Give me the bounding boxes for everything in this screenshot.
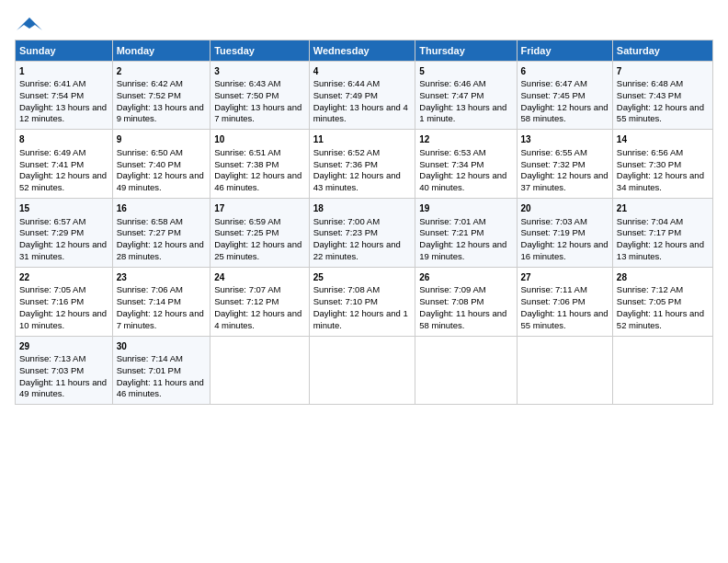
- day-number: 13: [521, 133, 609, 146]
- calendar-table: SundayMondayTuesdayWednesdayThursdayFrid…: [15, 40, 713, 406]
- day-number: 6: [521, 65, 609, 78]
- day-cell: 4Sunrise: 6:44 AMSunset: 7:49 PMDaylight…: [309, 61, 415, 130]
- daylight-text: Daylight: 12 hours and 52 minutes.: [19, 170, 107, 192]
- sunset-text: Sunset: 7:23 PM: [313, 227, 378, 237]
- day-cell: 8Sunrise: 6:49 AMSunset: 7:41 PMDaylight…: [16, 130, 113, 199]
- day-number: 3: [214, 65, 305, 78]
- sunset-text: Sunset: 7:45 PM: [521, 90, 586, 100]
- daylight-text: Daylight: 13 hours and 12 minutes.: [19, 102, 107, 124]
- daylight-text: Daylight: 12 hours and 7 minutes.: [117, 308, 204, 330]
- day-cell: [415, 336, 517, 405]
- sunset-text: Sunset: 7:41 PM: [19, 159, 84, 169]
- daylight-text: Daylight: 12 hours and 46 minutes.: [214, 170, 301, 192]
- sunrise-text: Sunrise: 6:55 AM: [521, 147, 587, 157]
- sunset-text: Sunset: 7:14 PM: [117, 296, 181, 306]
- daylight-text: Daylight: 12 hours and 55 minutes.: [617, 102, 704, 124]
- header-wednesday: Wednesday: [309, 40, 415, 61]
- day-cell: [612, 336, 712, 405]
- daylight-text: Daylight: 11 hours and 55 minutes.: [521, 308, 609, 330]
- day-cell: 17Sunrise: 6:59 AMSunset: 7:25 PMDayligh…: [210, 199, 310, 268]
- sunrise-text: Sunrise: 7:14 AM: [117, 353, 183, 363]
- day-cell: 13Sunrise: 6:55 AMSunset: 7:32 PMDayligh…: [517, 130, 612, 199]
- day-cell: 3Sunrise: 6:43 AMSunset: 7:50 PMDaylight…: [210, 61, 310, 130]
- day-number: 10: [214, 133, 305, 146]
- day-number: 8: [19, 133, 108, 146]
- sunrise-text: Sunrise: 7:08 AM: [313, 284, 380, 294]
- day-number: 9: [117, 133, 207, 146]
- sunset-text: Sunset: 7:32 PM: [521, 159, 586, 169]
- day-cell: 7Sunrise: 6:48 AMSunset: 7:43 PMDaylight…: [612, 61, 712, 130]
- day-cell: 2Sunrise: 6:42 AMSunset: 7:52 PMDaylight…: [112, 61, 210, 130]
- day-cell: 23Sunrise: 7:06 AMSunset: 7:14 PMDayligh…: [112, 267, 210, 336]
- sunset-text: Sunset: 7:12 PM: [214, 296, 279, 306]
- day-number: 14: [617, 133, 709, 146]
- header-monday: Monday: [112, 40, 210, 61]
- sunset-text: Sunset: 7:10 PM: [313, 296, 378, 306]
- day-cell: 15Sunrise: 6:57 AMSunset: 7:29 PMDayligh…: [16, 199, 113, 268]
- daylight-text: Daylight: 13 hours and 7 minutes.: [214, 102, 301, 124]
- week-row-4: 22Sunrise: 7:05 AMSunset: 7:16 PMDayligh…: [16, 267, 713, 336]
- sunrise-text: Sunrise: 7:01 AM: [419, 216, 485, 226]
- day-cell: 6Sunrise: 6:47 AMSunset: 7:45 PMDaylight…: [517, 61, 612, 130]
- sunset-text: Sunset: 7:50 PM: [214, 90, 279, 100]
- sunset-text: Sunset: 7:43 PM: [617, 90, 681, 100]
- day-number: 17: [214, 202, 305, 215]
- sunrise-text: Sunrise: 7:06 AM: [117, 284, 183, 294]
- daylight-text: Daylight: 12 hours and 49 minutes.: [117, 170, 204, 192]
- day-cell: 26Sunrise: 7:09 AMSunset: 7:08 PMDayligh…: [415, 267, 517, 336]
- day-cell: 16Sunrise: 6:58 AMSunset: 7:27 PMDayligh…: [112, 199, 210, 268]
- week-row-1: 1Sunrise: 6:41 AMSunset: 7:54 PMDaylight…: [16, 61, 713, 130]
- day-cell: 19Sunrise: 7:01 AMSunset: 7:21 PMDayligh…: [415, 199, 517, 268]
- sunrise-text: Sunrise: 6:59 AM: [214, 216, 280, 226]
- week-row-2: 8Sunrise: 6:49 AMSunset: 7:41 PMDaylight…: [16, 130, 713, 199]
- sunrise-text: Sunrise: 6:43 AM: [214, 78, 280, 88]
- day-cell: 27Sunrise: 7:11 AMSunset: 7:06 PMDayligh…: [517, 267, 612, 336]
- sunset-text: Sunset: 7:49 PM: [313, 90, 378, 100]
- day-number: 21: [617, 202, 709, 215]
- day-number: 15: [19, 202, 108, 215]
- sunrise-text: Sunrise: 7:12 AM: [617, 284, 683, 294]
- day-cell: 14Sunrise: 6:56 AMSunset: 7:30 PMDayligh…: [612, 130, 712, 199]
- daylight-text: Daylight: 12 hours and 31 minutes.: [19, 239, 107, 261]
- header-tuesday: Tuesday: [210, 40, 310, 61]
- sunrise-text: Sunrise: 6:58 AM: [117, 216, 183, 226]
- day-cell: 12Sunrise: 6:53 AMSunset: 7:34 PMDayligh…: [415, 130, 517, 199]
- daylight-text: Daylight: 12 hours and 13 minutes.: [617, 239, 704, 261]
- sunrise-text: Sunrise: 6:52 AM: [313, 147, 380, 157]
- sunrise-text: Sunrise: 7:07 AM: [214, 284, 280, 294]
- day-number: 12: [419, 133, 512, 146]
- daylight-text: Daylight: 12 hours and 40 minutes.: [419, 170, 506, 192]
- day-number: 22: [19, 271, 108, 284]
- daylight-text: Daylight: 11 hours and 49 minutes.: [19, 377, 107, 399]
- logo: [15, 15, 42, 30]
- sunrise-text: Sunrise: 6:47 AM: [521, 78, 587, 88]
- day-number: 25: [313, 271, 412, 284]
- day-cell: [309, 336, 415, 405]
- daylight-text: Daylight: 12 hours and 4 minutes.: [214, 308, 301, 330]
- day-cell: 9Sunrise: 6:50 AMSunset: 7:40 PMDaylight…: [112, 130, 210, 199]
- sunset-text: Sunset: 7:08 PM: [419, 296, 483, 306]
- day-cell: 25Sunrise: 7:08 AMSunset: 7:10 PMDayligh…: [309, 267, 415, 336]
- daylight-text: Daylight: 12 hours and 16 minutes.: [521, 239, 609, 261]
- sunset-text: Sunset: 7:47 PM: [419, 90, 483, 100]
- sunset-text: Sunset: 7:03 PM: [19, 365, 84, 375]
- day-cell: 28Sunrise: 7:12 AMSunset: 7:05 PMDayligh…: [612, 267, 712, 336]
- daylight-text: Daylight: 12 hours and 43 minutes.: [313, 170, 401, 192]
- day-cell: 30Sunrise: 7:14 AMSunset: 7:01 PMDayligh…: [112, 336, 210, 405]
- sunrise-text: Sunrise: 7:13 AM: [19, 353, 85, 363]
- day-cell: 21Sunrise: 7:04 AMSunset: 7:17 PMDayligh…: [612, 199, 712, 268]
- sunrise-text: Sunrise: 6:49 AM: [19, 147, 85, 157]
- header-row: SundayMondayTuesdayWednesdayThursdayFrid…: [16, 40, 713, 61]
- day-cell: 11Sunrise: 6:52 AMSunset: 7:36 PMDayligh…: [309, 130, 415, 199]
- day-number: 26: [419, 271, 512, 284]
- sunset-text: Sunset: 7:05 PM: [617, 296, 681, 306]
- daylight-text: Daylight: 12 hours and 34 minutes.: [617, 170, 704, 192]
- sunset-text: Sunset: 7:01 PM: [117, 365, 181, 375]
- day-cell: 5Sunrise: 6:46 AMSunset: 7:47 PMDaylight…: [415, 61, 517, 130]
- daylight-text: Daylight: 12 hours and 28 minutes.: [117, 239, 204, 261]
- day-number: 18: [313, 202, 412, 215]
- day-number: 4: [313, 65, 412, 78]
- day-number: 29: [19, 340, 108, 353]
- daylight-text: Daylight: 12 hours and 25 minutes.: [214, 239, 301, 261]
- daylight-text: Daylight: 12 hours and 37 minutes.: [521, 170, 609, 192]
